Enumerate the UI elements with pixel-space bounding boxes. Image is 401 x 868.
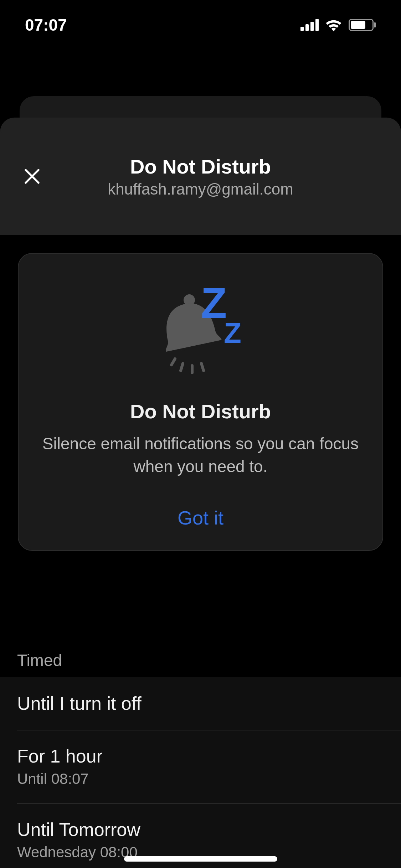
home-indicator[interactable] [124, 856, 277, 862]
got-it-button[interactable]: Got it [178, 507, 223, 529]
timed-list: Until I turn it off For 1 hour Until 08:… [0, 677, 401, 868]
row-subtitle: Until 08:07 [17, 770, 103, 787]
dnd-modal-sheet: Do Not Disturb khuffash.ramy@gmail.com [0, 118, 401, 868]
status-bar: 07:07 [0, 0, 401, 50]
sheet-header: Do Not Disturb khuffash.ramy@gmail.com [0, 118, 401, 235]
battery-icon [349, 19, 376, 31]
sheet-title: Do Not Disturb [130, 155, 271, 178]
svg-line-1 [171, 359, 175, 365]
row-title: For 1 hour [17, 745, 103, 767]
cellular-signal-icon [300, 19, 319, 31]
info-card-description: Silence email notifications so you can f… [40, 432, 361, 478]
timed-option-1-hour[interactable]: For 1 hour Until 08:07 [0, 730, 401, 803]
svg-text:Z: Z [224, 317, 241, 349]
status-indicators [300, 19, 376, 31]
close-button[interactable] [18, 162, 46, 191]
svg-text:Z: Z [201, 286, 227, 327]
sleeping-bell-icon: Z Z [147, 286, 254, 378]
svg-line-4 [201, 363, 204, 371]
row-subtitle: Wednesday 08:00 [17, 844, 140, 861]
row-title: Until Tomorrow [17, 819, 140, 840]
timed-option-until-off[interactable]: Until I turn it off [0, 677, 401, 730]
svg-line-2 [181, 363, 183, 371]
close-icon [22, 167, 42, 186]
wifi-icon [325, 19, 342, 31]
sheet-subtitle: khuffash.ramy@gmail.com [108, 180, 293, 198]
dnd-info-card: Z Z Do Not Disturb Silence email notific… [18, 253, 383, 551]
timed-section-header: Timed [0, 651, 401, 670]
status-time: 07:07 [25, 15, 67, 35]
row-title: Until I turn it off [17, 693, 142, 714]
info-card-title: Do Not Disturb [130, 400, 271, 423]
